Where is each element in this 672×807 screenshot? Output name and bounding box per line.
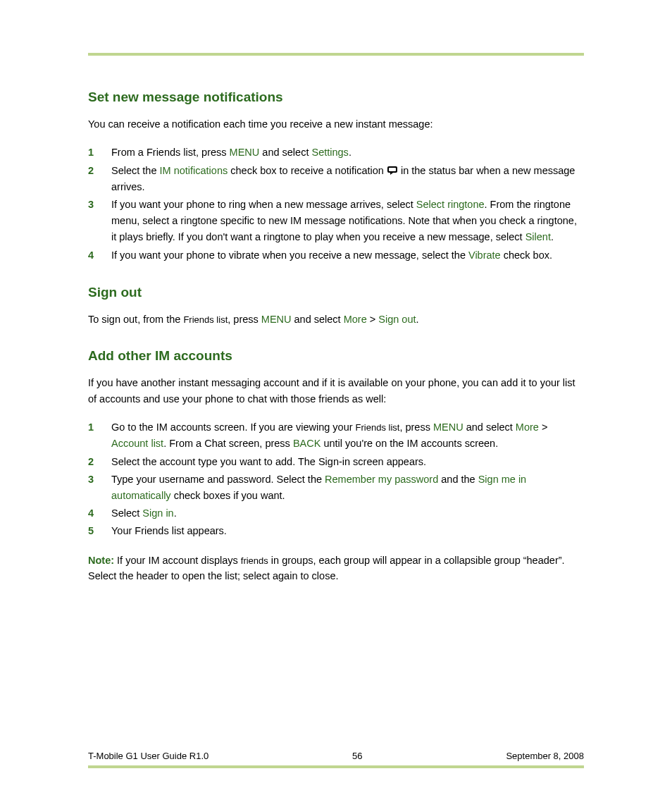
step-text: Select the account type you want to add.…	[111, 454, 584, 470]
step-number: 4	[88, 247, 111, 264]
silent-label: Silent	[525, 231, 551, 242]
step-text: If you want your phone to vibrate when y…	[111, 247, 584, 264]
signout-label: Sign out	[378, 314, 416, 325]
list-item: 5 Your Friends list appears.	[88, 523, 584, 539]
step-number: 5	[88, 523, 111, 539]
list-item: 2 Select the account type you want to ad…	[88, 454, 584, 470]
step-text: Select Sign in.	[111, 505, 584, 522]
sign-out-text: To sign out, from the Friends list, pres…	[88, 312, 584, 327]
note-label: Note:	[88, 555, 114, 566]
step-number: 4	[88, 505, 111, 522]
list-item: 1 Go to the IM accounts screen. If you a…	[88, 419, 584, 452]
settings-label: Settings	[311, 147, 348, 158]
steps-list-add-accounts: 1 Go to the IM accounts screen. If you a…	[88, 419, 584, 539]
svg-rect-1	[389, 168, 396, 171]
step-text: Go to the IM accounts screen. If you are…	[111, 419, 584, 452]
heading-sign-out: Sign out	[88, 285, 584, 300]
footer-left: T-Mobile G1 User Guide R1.0	[88, 751, 209, 761]
sign-in-label: Sign in	[142, 507, 173, 519]
step-number: 1	[88, 144, 111, 161]
more-label: More	[516, 421, 539, 433]
bottom-horizontal-rule	[88, 765, 584, 768]
list-item: 4 If you want your phone to vibrate when…	[88, 247, 584, 264]
footer-page-number: 56	[352, 751, 362, 761]
page-footer: T-Mobile G1 User Guide R1.0 56 September…	[88, 751, 584, 768]
step-text: Your Friends list appears.	[111, 523, 584, 539]
step-text: If you want your phone to ring when a ne…	[111, 197, 584, 246]
vibrate-label: Vibrate	[468, 250, 501, 261]
heading-add-accounts: Add other IM accounts	[88, 348, 584, 364]
friends-small: friends	[241, 555, 268, 566]
step-number: 2	[88, 454, 111, 470]
note-text: Note: If your IM account displays friend…	[88, 553, 584, 584]
account-list-label: Account list	[111, 438, 163, 449]
back-label: BACK	[293, 438, 321, 449]
heading-set-notifications: Set new message notifications	[88, 90, 584, 105]
step-number: 2	[88, 163, 111, 195]
list-item: 3 Type your username and password. Selec…	[88, 472, 584, 504]
footer-date: September 8, 2008	[506, 751, 584, 761]
list-item: 3 If you want your phone to ring when a …	[88, 197, 584, 246]
top-horizontal-rule	[88, 53, 584, 56]
notification-icon	[387, 166, 398, 175]
more-label: More	[344, 314, 367, 325]
list-item: 2 Select the IM notifications check box …	[88, 163, 584, 195]
menu-label: MENU	[433, 421, 463, 433]
add-accounts-intro: If you have another instant messaging ac…	[88, 375, 584, 407]
step-text: Select the IM notifications check box to…	[111, 163, 584, 195]
remember-password-label: Remember my password	[325, 474, 438, 485]
im-notifications-label: IM notifications	[160, 165, 228, 176]
list-item: 1 From a Friends list, press MENU and se…	[88, 144, 584, 161]
select-ringtone-label: Select ringtone	[416, 199, 485, 210]
intro-text: You can receive a notification each time…	[88, 116, 584, 132]
menu-label: MENU	[261, 314, 292, 325]
page: Set new message notifications You can re…	[0, 0, 672, 807]
menu-label: MENU	[230, 147, 260, 158]
friends-list-label: Friends list	[183, 314, 228, 325]
step-text: From a Friends list, press MENU and sele…	[111, 144, 584, 161]
friends-list-label: Friends list	[356, 422, 400, 433]
step-number: 3	[88, 197, 111, 246]
step-number: 3	[88, 472, 111, 504]
step-text: Type your username and password. Select …	[111, 472, 584, 504]
steps-list-notifications: 1 From a Friends list, press MENU and se…	[88, 144, 584, 263]
step-number: 1	[88, 419, 111, 452]
list-item: 4 Select Sign in.	[88, 505, 584, 522]
